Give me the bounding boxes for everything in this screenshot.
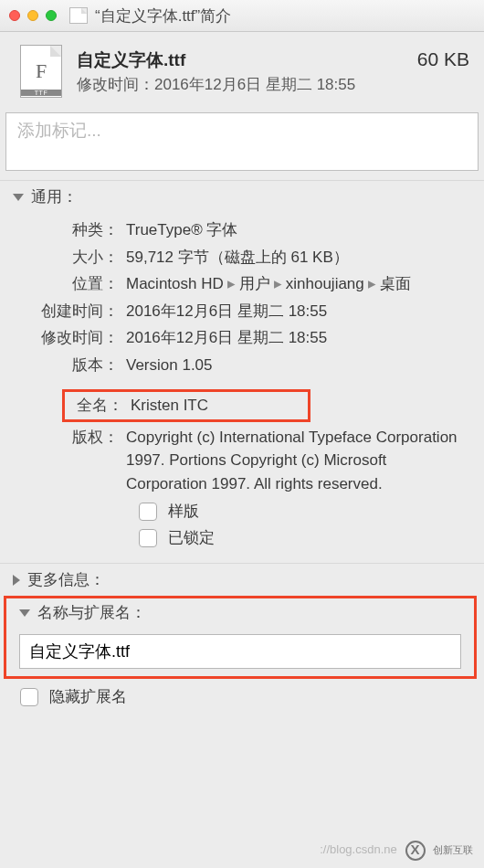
tags-input[interactable] — [17, 121, 467, 141]
file-name: 自定义字体.ttf — [77, 48, 185, 72]
name-ext-input[interactable] — [19, 634, 461, 669]
path-separator-icon: ▸ — [368, 275, 376, 292]
window-titlebar: “自定义字体.ttf”简介 — [0, 0, 484, 32]
general-section-header[interactable]: 通用： — [0, 180, 484, 211]
version-value: Version 1.05 — [126, 354, 466, 377]
close-window-button[interactable] — [9, 10, 20, 21]
copyright-row: 版权： Copyright (c) International Typeface… — [18, 426, 466, 496]
traffic-lights — [9, 10, 57, 21]
size-row: 大小： 59,712 字节（磁盘上的 61 KB） — [18, 246, 466, 270]
stationery-checkbox[interactable] — [139, 503, 157, 521]
window-title: “自定义字体.ttf”简介 — [95, 5, 231, 26]
fullname-highlight-box: 全名： Kristen ITC — [62, 389, 310, 422]
where-label: 位置： — [18, 272, 126, 296]
modified-line: 修改时间：2016年12月6日 星期二 18:55 — [77, 74, 469, 95]
kind-row: 种类： TrueType® 字体 — [18, 218, 466, 242]
locked-label: 已锁定 — [168, 527, 215, 548]
version-label: 版本： — [18, 354, 126, 377]
general-section-body: 种类： TrueType® 字体 大小： 59,712 字节（磁盘上的 61 K… — [0, 211, 484, 563]
hide-extension-label: 隐藏扩展名 — [49, 686, 127, 707]
watermark-brand: 创新互联 — [433, 844, 473, 855]
fullname-value: Kristen ITC — [131, 394, 308, 418]
name-ext-section-header[interactable]: 名称与扩展名： — [6, 598, 474, 627]
version-row: 版本： Version 1.05 — [18, 354, 466, 377]
file-size: 60 KB — [417, 48, 469, 70]
modified-value: 2016年12月6日 星期二 18:55 — [154, 76, 355, 93]
created-row: 创建时间： 2016年12月6日 星期二 18:55 — [18, 300, 466, 323]
modified-label: 修改时间： — [77, 76, 154, 93]
modified-value-2: 2016年12月6日 星期二 18:55 — [126, 326, 466, 350]
path-separator-icon: ▸ — [274, 275, 282, 292]
file-type-icon: F TTF — [20, 45, 62, 98]
kind-label: 种类： — [18, 218, 126, 242]
watermark-logo-icon — [405, 841, 426, 861]
file-header: F TTF 自定义字体.ttf 60 KB 修改时间：2016年12月6日 星期… — [0, 32, 484, 107]
disclosure-triangle-icon — [13, 575, 20, 586]
hide-extension-row: 隐藏扩展名 — [20, 686, 479, 707]
more-info-heading: 更多信息： — [27, 569, 105, 590]
hide-extension-checkbox[interactable] — [20, 688, 38, 706]
size-label: 大小： — [18, 246, 126, 270]
watermark-url: ://blog.csdn.ne — [320, 842, 397, 856]
general-checkboxes: 样版 已锁定 — [18, 501, 466, 548]
titlebar-file-icon — [69, 7, 88, 24]
disclosure-triangle-icon — [13, 194, 24, 201]
created-label: 创建时间： — [18, 300, 126, 323]
more-info-section-header[interactable]: 更多信息： — [0, 563, 484, 594]
file-icon-letter: F — [36, 59, 47, 83]
watermark: ://blog.csdn.ne 创新互联 — [320, 841, 473, 861]
stationery-label: 样版 — [168, 501, 199, 522]
general-heading: 通用： — [31, 186, 78, 207]
created-value: 2016年12月6日 星期二 18:55 — [126, 300, 466, 323]
zoom-window-button[interactable] — [46, 10, 57, 21]
disclosure-triangle-icon — [19, 609, 30, 617]
fullname-row: 全名： Kristen ITC — [65, 394, 308, 418]
modified-label-2: 修改时间： — [18, 326, 126, 350]
where-value: Macintosh HD▸用户▸xinhoujiang▸桌面 — [126, 272, 466, 296]
stationery-row: 样版 — [139, 501, 466, 522]
locked-checkbox[interactable] — [139, 529, 157, 547]
name-ext-highlight-box: 名称与扩展名： — [4, 596, 477, 679]
modified-row: 修改时间： 2016年12月6日 星期二 18:55 — [18, 326, 466, 350]
copyright-label: 版权： — [18, 426, 126, 450]
file-icon-badge: TTF — [21, 90, 61, 96]
where-row: 位置： Macintosh HD▸用户▸xinhoujiang▸桌面 — [18, 272, 466, 296]
locked-row: 已锁定 — [139, 527, 466, 548]
name-ext-heading: 名称与扩展名： — [37, 602, 146, 623]
fullname-label: 全名： — [65, 394, 131, 418]
minimize-window-button[interactable] — [27, 10, 38, 21]
path-separator-icon: ▸ — [227, 275, 236, 292]
tags-field[interactable] — [5, 112, 479, 171]
kind-value: TrueType® 字体 — [126, 218, 466, 242]
copyright-value: Copyright (c) International Typeface Cor… — [126, 426, 466, 496]
size-value: 59,712 字节（磁盘上的 61 KB） — [126, 246, 466, 270]
